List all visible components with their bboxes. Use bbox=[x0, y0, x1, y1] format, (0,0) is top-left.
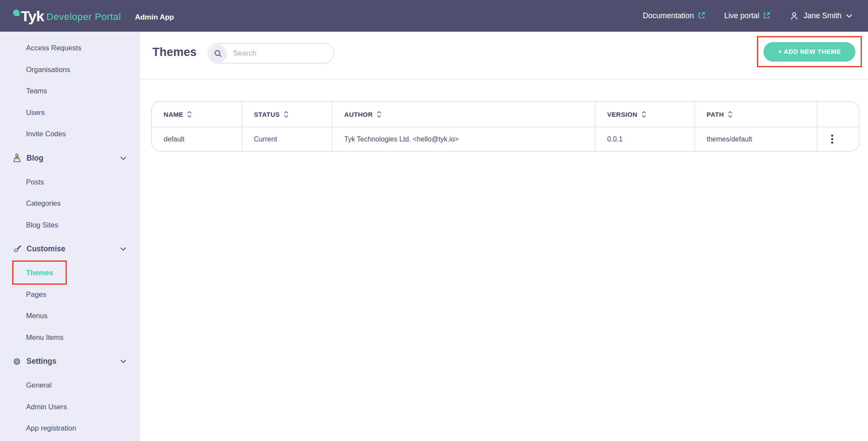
gear-icon bbox=[12, 356, 22, 367]
sort-icon[interactable] bbox=[187, 111, 192, 118]
sidebar-item-menu-items[interactable]: Menu Items bbox=[0, 327, 139, 349]
sidebar-item-label: Posts bbox=[26, 178, 44, 186]
sidebar-item-label: Pages bbox=[26, 290, 46, 299]
chevron-down-icon bbox=[120, 359, 126, 363]
column-header-status[interactable]: STATUS bbox=[242, 102, 332, 127]
external-link-icon bbox=[698, 12, 705, 19]
column-header-path[interactable]: PATH bbox=[695, 102, 817, 127]
column-label: VERSION bbox=[607, 111, 638, 118]
live-portal-link[interactable]: Live portal bbox=[724, 11, 771, 20]
sidebar-item-app-registration[interactable]: App registration bbox=[0, 418, 139, 439]
app-label: Admin App bbox=[135, 13, 174, 22]
documentation-link[interactable]: Documentation bbox=[643, 11, 705, 20]
sidebar-item-teams[interactable]: Teams bbox=[0, 80, 139, 102]
logo-text: Tyk bbox=[21, 9, 44, 23]
row-actions-kebab-icon[interactable] bbox=[817, 135, 859, 144]
sidebar-item-posts[interactable]: Posts bbox=[0, 171, 139, 193]
search-box bbox=[208, 43, 334, 63]
sort-icon[interactable] bbox=[641, 111, 646, 118]
documentation-label: Documentation bbox=[643, 11, 694, 20]
column-label: STATUS bbox=[254, 111, 280, 118]
paintbrush-icon bbox=[12, 244, 22, 254]
column-label: AUTHOR bbox=[344, 111, 373, 118]
sidebar-item-general[interactable]: General bbox=[0, 375, 139, 396]
sort-icon[interactable] bbox=[377, 111, 381, 118]
chevron-down-icon bbox=[120, 156, 126, 160]
column-label: PATH bbox=[707, 111, 724, 118]
logo-subtitle: Developer Portal bbox=[46, 11, 121, 23]
sidebar-item-label: Organisations bbox=[26, 66, 70, 74]
sidebar-item-label: Menu Items bbox=[26, 333, 63, 342]
column-label: NAME bbox=[164, 111, 183, 118]
sidebar-item-label: Categories bbox=[26, 199, 61, 207]
user-icon bbox=[789, 11, 799, 21]
tyk-leaf-icon bbox=[13, 10, 20, 16]
sidebar-item-access-requests[interactable]: Access Requests bbox=[0, 37, 139, 59]
sidebar-item-label: Users bbox=[26, 109, 45, 117]
user-name: Jane Smith bbox=[803, 11, 842, 20]
chevron-down-icon bbox=[846, 14, 852, 18]
top-bar: Tyk Developer Portal Admin App Documenta… bbox=[0, 0, 868, 32]
column-header-version[interactable]: VERSION bbox=[595, 102, 695, 127]
themes-table: NAME STATUS AUTHOR VERSION PATH bbox=[151, 101, 859, 151]
cell-author: Tyk Technologies Ltd. <hello@tyk.io> bbox=[332, 127, 595, 151]
sidebar-item-label: Admin Users bbox=[26, 403, 67, 411]
sidebar-item-organisations[interactable]: Organisations bbox=[0, 59, 139, 81]
column-header-author[interactable]: AUTHOR bbox=[332, 102, 595, 127]
table-row: default Current Tyk Technologies Ltd. <h… bbox=[152, 127, 859, 151]
top-nav: Documentation Live portal Jane Smith bbox=[643, 11, 852, 21]
sidebar-section-customise[interactable]: Customise bbox=[0, 236, 139, 262]
sidebar-section-blog[interactable]: Blog bbox=[0, 145, 139, 171]
sidebar-section-label: Blog bbox=[26, 154, 43, 163]
sidebar-item-label: General bbox=[26, 381, 52, 389]
sort-icon[interactable] bbox=[728, 111, 733, 118]
sidebar-item-label: App registration bbox=[26, 424, 76, 432]
sidebar-section-label: Settings bbox=[26, 357, 56, 366]
sidebar-item-categories[interactable]: Categories bbox=[0, 193, 139, 214]
chevron-down-icon bbox=[120, 247, 126, 251]
column-header-actions bbox=[817, 102, 859, 127]
add-new-theme-button[interactable]: + ADD NEW THEME bbox=[763, 42, 855, 62]
header-divider bbox=[140, 79, 868, 79]
sidebar-item-label: Themes bbox=[26, 269, 53, 277]
sidebar-item-invite-codes[interactable]: Invite Codes bbox=[0, 123, 139, 145]
cell-name: default bbox=[152, 127, 242, 151]
sidebar-section-label: Customise bbox=[26, 244, 65, 253]
brand: Tyk Developer Portal Admin App bbox=[13, 9, 174, 23]
lectern-icon bbox=[12, 153, 22, 163]
sort-icon[interactable] bbox=[284, 111, 289, 118]
sidebar-item-users[interactable]: Users bbox=[0, 102, 139, 124]
table-header-row: NAME STATUS AUTHOR VERSION PATH bbox=[152, 102, 859, 127]
sidebar-item-label: Invite Codes bbox=[26, 130, 66, 138]
annotation-box-add-theme: + ADD NEW THEME bbox=[757, 36, 862, 67]
cell-actions bbox=[817, 127, 859, 151]
sidebar-item-label: Access Requests bbox=[26, 44, 81, 52]
sidebar-item-blog-sites[interactable]: Blog Sites bbox=[0, 214, 139, 236]
external-link-icon bbox=[763, 12, 770, 19]
sidebar-item-label: Blog Sites bbox=[26, 221, 58, 229]
sidebar-item-menus[interactable]: Menus bbox=[0, 305, 139, 327]
sidebar: Access Requests Organisations Teams User… bbox=[0, 32, 140, 441]
cell-path: themes/default bbox=[695, 127, 817, 151]
column-header-name[interactable]: NAME bbox=[152, 102, 242, 127]
sidebar-item-label: Teams bbox=[26, 87, 47, 95]
cell-status: Current bbox=[242, 127, 332, 151]
sidebar-item-themes[interactable]: Themes bbox=[0, 262, 139, 284]
page-title: Themes bbox=[152, 46, 197, 59]
search-input[interactable] bbox=[227, 49, 335, 58]
cell-version: 0.0.1 bbox=[595, 127, 695, 151]
sidebar-item-admin-users[interactable]: Admin Users bbox=[0, 396, 139, 418]
user-menu[interactable]: Jane Smith bbox=[789, 11, 852, 21]
search-icon bbox=[214, 49, 222, 58]
live-portal-label: Live portal bbox=[724, 11, 760, 20]
search-icon-circle bbox=[209, 45, 227, 63]
sidebar-item-pages[interactable]: Pages bbox=[0, 284, 139, 306]
sidebar-section-settings[interactable]: Settings bbox=[0, 348, 139, 375]
main-content: Themes + ADD NEW THEME NAME STATUS bbox=[140, 32, 868, 441]
tyk-logo[interactable]: Tyk Developer Portal bbox=[13, 9, 121, 23]
sidebar-item-label: Menus bbox=[26, 312, 48, 320]
